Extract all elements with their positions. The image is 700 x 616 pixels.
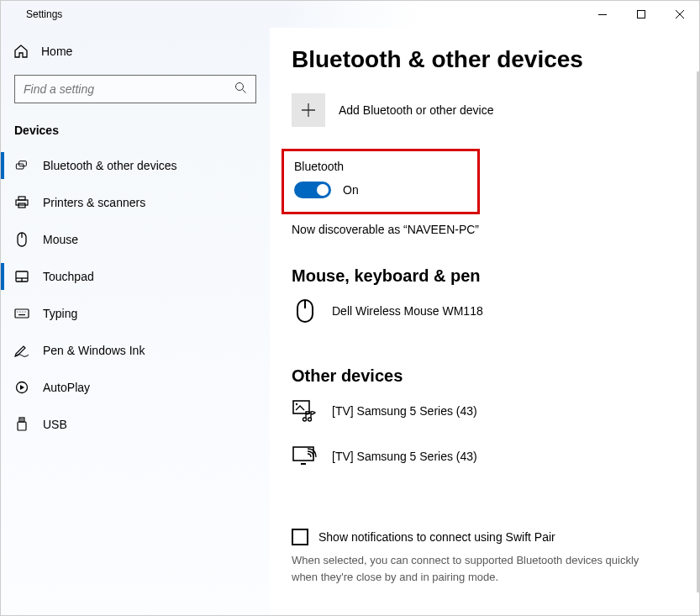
sidebar-item-autoplay[interactable]: AutoPlay [1,369,270,406]
mouse-keyboard-heading: Mouse, keyboard & pen [292,266,682,286]
svg-rect-20 [19,418,24,422]
search-box[interactable] [14,75,256,103]
scrollbar[interactable] [697,71,699,592]
sidebar-item-label: Pen & Windows Ink [43,344,145,357]
touchpad-icon [14,269,29,284]
device-label: [TV] Samsung 5 Series (43) [332,404,477,418]
autoplay-icon [14,380,29,395]
device-row[interactable]: [TV] Samsung 5 Series (43) [292,398,682,424]
settings-window: Settings Home [0,0,700,616]
toggle-knob [317,184,329,196]
svg-point-14 [17,311,18,312]
usb-icon [14,417,29,432]
close-button[interactable] [661,1,699,28]
sidebar-item-label: Typing [43,307,77,320]
sidebar-item-label: Bluetooth & other devices [43,159,177,172]
printer-icon [14,195,29,210]
window-title: Settings [24,1,62,28]
home-icon [14,45,28,58]
main-panel: Bluetooth & other devices Add Bluetooth … [270,28,699,615]
window-controls [583,1,699,28]
svg-rect-21 [18,422,26,430]
sidebar-item-label: Printers & scanners [43,196,145,209]
swift-pair-help: When selected, you can connect to suppor… [292,552,653,585]
nav-list: Bluetooth & other devices Printers & sca… [1,147,270,443]
sidebar-item-label: Mouse [43,233,78,246]
swift-pair-checkbox-row[interactable]: Show notifications to connect using Swif… [292,529,682,545]
svg-rect-13 [15,309,29,318]
minimize-icon [598,14,607,15]
svg-point-29 [308,418,312,421]
svg-point-28 [303,418,307,421]
bluetooth-icon [14,158,29,173]
sidebar-item-pen[interactable]: Pen & Windows Ink [1,332,270,369]
maximize-icon [637,10,645,18]
svg-point-2 [236,83,244,91]
swift-pair-checkbox[interactable] [292,529,308,545]
svg-point-17 [24,311,25,312]
pen-icon [14,343,29,358]
bluetooth-highlight: Bluetooth On [282,149,480,214]
minimize-button[interactable] [583,1,622,28]
bluetooth-title: Bluetooth [294,160,467,173]
sidebar-item-bluetooth[interactable]: Bluetooth & other devices [1,147,270,184]
nav-home-label: Home [41,45,72,58]
close-icon [676,10,684,18]
search-icon [234,82,247,97]
svg-rect-18 [18,314,25,315]
sidebar-item-label: Touchpad [43,270,94,283]
svg-rect-0 [598,14,607,15]
titlebar: Settings [1,1,699,28]
swift-pair-label: Show notifications to connect using Swif… [318,530,555,544]
sidebar: Home Devices Bluetooth & other devices [1,28,270,615]
sidebar-item-printers[interactable]: Printers & scanners [1,184,270,221]
sidebar-item-touchpad[interactable]: Touchpad [1,258,270,295]
device-row[interactable]: Dell Wireless Mouse WM118 [292,297,682,324]
svg-rect-1 [638,11,645,18]
device-label: Dell Wireless Mouse WM118 [332,304,483,318]
svg-point-27 [296,403,297,405]
svg-point-16 [22,311,23,312]
sidebar-item-mouse[interactable]: Mouse [1,221,270,258]
bluetooth-toggle[interactable] [294,182,331,198]
add-device-label: Add Bluetooth or other device [339,103,493,117]
device-label: [TV] Samsung 5 Series (43) [332,450,477,463]
keyboard-icon [14,306,29,321]
search-input[interactable] [24,82,228,96]
nav-home[interactable]: Home [1,34,270,68]
svg-rect-6 [18,197,25,200]
sidebar-item-label: USB [43,418,67,431]
category-title: Devices [1,112,270,147]
device-row[interactable]: [TV] Samsung 5 Series (43) [292,443,682,470]
display-cast-icon [292,443,318,470]
mouse-device-icon [292,297,318,324]
sidebar-item-typing[interactable]: Typing [1,295,270,332]
media-device-icon [292,398,318,424]
sidebar-item-label: AutoPlay [43,381,90,394]
maximize-button[interactable] [622,1,661,28]
sidebar-item-usb[interactable]: USB [1,406,270,443]
add-device-button[interactable]: Add Bluetooth or other device [292,93,682,127]
mouse-icon [14,232,29,247]
other-devices-heading: Other devices [292,366,682,386]
plus-icon [292,93,325,127]
discoverable-text: Now discoverable as “NAVEEN-PC” [292,223,682,236]
bluetooth-state: On [343,183,359,197]
app-icon [1,1,24,28]
page-title: Bluetooth & other devices [292,46,682,73]
svg-point-15 [19,311,20,312]
svg-rect-5 [16,200,28,205]
